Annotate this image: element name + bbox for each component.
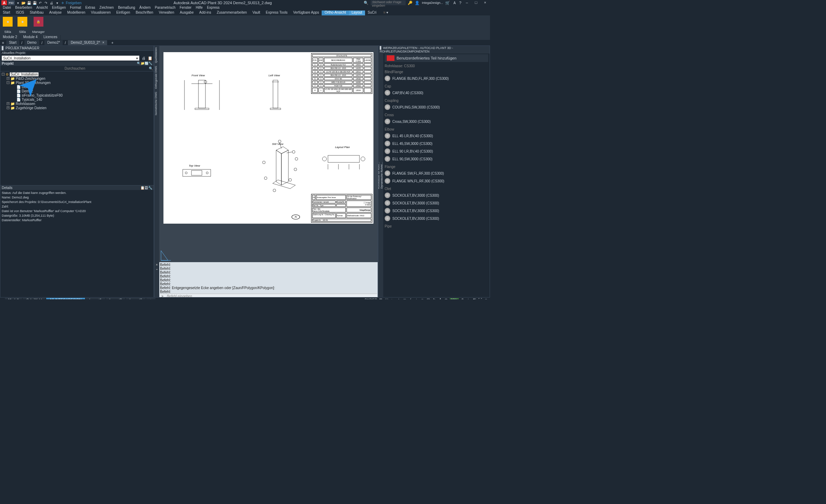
ftab-active[interactable]: Demo2_SU013_2* × (68, 40, 107, 45)
subtab-mod4[interactable]: Module 4 (20, 35, 41, 40)
rtab-einfuegen[interactable]: Einfügen (113, 10, 133, 15)
rtab-express[interactable]: Express Tools (263, 10, 290, 15)
menu-fenster[interactable]: Fenster (180, 6, 191, 10)
rtab-sucri[interactable]: SuCri (365, 10, 379, 15)
user-label[interactable]: IntegaDesign... (422, 1, 443, 5)
rtab-start[interactable]: Start (0, 10, 13, 15)
rtab-beschriften[interactable]: Beschriften (133, 10, 156, 15)
dyn-icon[interactable]: + (414, 298, 419, 299)
user-icon[interactable]: 👤 (415, 1, 420, 5)
rp-sikla1[interactable]: ◆ Sikla (1, 16, 15, 34)
pal-item[interactable]: FLANGE WN,FL,RF,300 (CS300) (385, 177, 488, 185)
tree-root[interactable]: −⚙SuCri_Installation (2, 72, 152, 76)
rtab-vault[interactable]: Vault (250, 10, 263, 15)
pal-item[interactable]: ELL 45,SW,3000 (CS300) (385, 140, 488, 147)
lt-model[interactable]: Modell (5, 298, 22, 300)
lt-l3[interactable]: Layout3 (126, 298, 146, 300)
pal-item[interactable]: COUPLING,SW,3000 (CS300) (385, 103, 488, 111)
menu-hilfe[interactable]: Hilfe (196, 6, 203, 10)
rtab-addins[interactable]: Add-ins (196, 10, 214, 15)
rtab-apps[interactable]: Verfügbare Apps (290, 10, 322, 15)
maximize-button[interactable]: □ (472, 0, 479, 5)
pm-search[interactable]: Durchsuchen 🔍 (0, 66, 154, 71)
scale-icon[interactable]: ⚖ (444, 298, 449, 299)
anno-icon[interactable]: A (438, 298, 443, 299)
rtab-extra[interactable]: ◾▾ (379, 10, 391, 15)
pal-item[interactable]: Cross,SW,3000 (CS300) (385, 118, 488, 125)
ortho-icon[interactable]: ∟ (390, 298, 395, 299)
palette-vtabs[interactable]: Dynamische Rohrkl... Rohrklasse für Rohr… (378, 54, 383, 297)
rtab-isos[interactable]: ISOS (13, 10, 27, 15)
open-icon[interactable]: 📂 (21, 0, 26, 5)
share-label[interactable]: Freigeben (66, 1, 82, 5)
menu-datei[interactable]: Datei (3, 6, 11, 10)
search-icon[interactable]: 🔍 (364, 1, 369, 5)
tree-zug[interactable]: +📁Zugehörige Dateien (2, 106, 152, 110)
subtab-mod2[interactable]: Module 2 (0, 35, 20, 40)
fullscreen-icon[interactable]: ⛶ (478, 298, 483, 299)
pal-item[interactable]: ELL 45 LR,BV,40 (CS300) (385, 132, 488, 140)
rtab-visual[interactable]: Visualisieren (88, 10, 114, 15)
menu-format[interactable]: Format (70, 6, 81, 10)
undo-icon[interactable]: ↶ (38, 0, 43, 5)
hamburger-icon[interactable]: ≡ (2, 41, 4, 45)
rp-sikla2[interactable]: ◆ Sikla (15, 16, 29, 34)
zoom-label[interactable]: 92% (450, 298, 459, 300)
pal-item[interactable]: SOCKOLET,BV,3000 (CS300) (385, 207, 488, 215)
menu-icon[interactable]: ≡ (484, 298, 489, 299)
plus-icon[interactable]: + (466, 298, 471, 299)
tab-close-icon[interactable]: × (102, 41, 104, 44)
sheet-icon[interactable]: 📋 (147, 56, 154, 61)
ftab-demo[interactable]: Demo (24, 40, 40, 45)
ftab-plus[interactable]: + (109, 41, 115, 45)
otrack-icon[interactable]: ∠ (408, 298, 413, 299)
snap-icon[interactable]: ⬚ (384, 298, 389, 299)
tree-file-demo[interactable]: 📄Demo (2, 85, 152, 89)
pm-tools[interactable]: 🔍📁🔄🔧 (137, 62, 152, 65)
drawing-canvas[interactable]: STUCKLISTE POS.ANZBESCHREIBUNGITEM CODEL… (159, 46, 378, 262)
ftab-start[interactable]: Start (6, 40, 19, 45)
details-tools[interactable]: 📋🖼🔧 (140, 186, 152, 190)
pal-item[interactable]: SOCKOLET,BV,3000 (CS300) (385, 199, 488, 207)
iso-icon[interactable]: ◧ (472, 298, 477, 299)
lt-plus[interactable]: + (146, 298, 155, 300)
redo-icon[interactable]: ↷ (43, 0, 48, 5)
close-button[interactable]: × (482, 0, 489, 5)
project-dropdown[interactable]: SuCri_Installation ▾ (2, 56, 139, 61)
pal-item[interactable]: FLANGE SW,FL,RF,300 (CS300) (385, 169, 488, 177)
pal-item[interactable]: CAP,BV,40 (CS300) (385, 89, 488, 97)
lt-l1[interactable]: Layout1 (86, 298, 105, 300)
hamburger-icon[interactable]: ≡ (2, 298, 4, 300)
share-icon[interactable]: ✈ (60, 0, 65, 5)
menu-bearbeiten[interactable]: Bearbeiten (15, 6, 32, 10)
a-icon[interactable]: A (452, 0, 457, 5)
pal-item[interactable]: ELL 90,SW,3000 (CS300) (385, 155, 488, 163)
rtab-model[interactable]: Modellieren (64, 10, 88, 15)
pal-item[interactable]: ELL 90 LR,BV,40 (CS300) (385, 147, 488, 155)
help-search[interactable]: Stichwort oder Frage eingeben (371, 0, 406, 5)
rtab-zusammen[interactable]: Zusammenarbeiten (214, 10, 250, 15)
menu-aendern[interactable]: Ändern (139, 6, 150, 10)
rtab-stahlbau[interactable]: Stahlbau (27, 10, 46, 15)
key-icon[interactable]: 🔑 (408, 1, 413, 5)
subtab-lic[interactable]: Licences (41, 35, 60, 40)
menu-bemassung[interactable]: Bemaßung (118, 6, 135, 10)
menu-parametrisch[interactable]: Parametrisch (155, 6, 175, 10)
tree-file-typicals[interactable]: 📄Typicals_140 (2, 97, 152, 102)
gear-icon[interactable]: ⚙ (460, 298, 465, 299)
pal-item[interactable]: SOCKOLET,BV,3000 (CS300) (385, 215, 488, 222)
pal-item[interactable]: FLANGE BLIND,FL,RF,300 (CS300) (385, 75, 488, 82)
tree-p3d[interactable]: −📁Plant 3D-Zeichnungen (2, 80, 152, 85)
cmd-close-icon[interactable]: ×⌄ (154, 262, 159, 297)
menu-express[interactable]: Express (207, 6, 219, 10)
cart-icon[interactable]: 🛒 (445, 1, 450, 5)
minimize-button[interactable]: – (463, 0, 470, 5)
cycle-icon[interactable]: ↻ (432, 298, 437, 299)
menu-extras[interactable]: Extras (85, 6, 95, 10)
rtab-ortho[interactable]: Ortho-Ansicht (322, 10, 349, 15)
pal-item[interactable]: SOCKOLET,BV,3000 (CS300) (385, 191, 488, 199)
tree-rohr[interactable]: +📁Rohrklassen (2, 102, 152, 106)
palette-add-custom[interactable]: Benutzerdefiniertes Teil hinzufügen (385, 54, 488, 62)
menu-einfuegen[interactable]: Einfügen (52, 6, 66, 10)
app-logo[interactable]: A (1, 0, 7, 5)
